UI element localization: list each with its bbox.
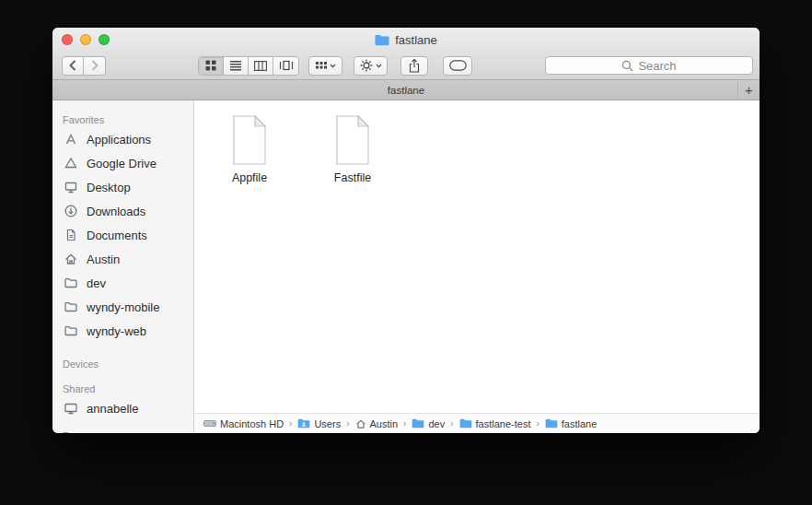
search-input[interactable]: Search [545,56,753,75]
sidebar-item-dev[interactable]: dev [52,271,193,295]
path-item-fastlane[interactable]: fastlane [545,418,597,429]
blank-document-icon [229,115,270,165]
column-view-button[interactable] [249,57,273,75]
zoom-button[interactable] [99,34,110,45]
folder-icon [459,418,472,429]
sidebar-item-wyndy-mobile[interactable]: wyndy-mobile [52,295,193,319]
main-area: Favorites Applications Google Drive Desk… [52,100,760,433]
sidebar-item-wyndy-web[interactable]: wyndy-web [52,319,193,343]
tab-bar: fastlane + [52,80,760,100]
path-separator: › [403,418,406,429]
file-browser-content[interactable]: Appfile Fastfile Macintosh HD › User [194,100,760,433]
title-bar[interactable]: fastlane [52,28,760,52]
tags-button[interactable] [443,56,472,76]
sidebar-item-label: dev [87,276,106,290]
hard-drive-icon [203,418,216,429]
folder-icon [63,276,79,290]
search-icon [621,60,633,72]
chevron-down-icon [330,64,336,68]
folder-icon [63,299,79,314]
sidebar-section-devices: Devices [52,356,193,371]
path-separator: › [346,418,349,429]
documents-icon [63,228,79,242]
sidebar-item-label: Applications [87,133,151,147]
folder-icon [545,418,558,429]
share-button[interactable] [400,56,428,76]
path-bar: Macintosh HD › Users › Austin › dev › [194,413,760,433]
sidebar: Favorites Applications Google Drive Desk… [52,100,194,433]
sidebar-section-shared: Shared [52,381,193,396]
path-item-dev[interactable]: dev [412,418,445,429]
blank-document-icon [332,115,373,165]
path-item-fastlane-test[interactable]: fastlane-test [459,418,531,429]
traffic-lights [62,34,110,45]
folder-icon [375,34,389,46]
tag-icon [449,60,467,71]
tab-fastlane[interactable]: fastlane [388,85,424,96]
sidebar-section-favorites: Favorites [52,112,193,127]
sidebar-item-documents[interactable]: Documents [52,223,193,247]
sidebar-item-label: wyndy-mobile [87,300,159,314]
path-separator: › [536,418,539,429]
file-appfile[interactable]: Appfile [207,115,292,184]
sidebar-item-annabelle[interactable]: annabelle [52,396,193,420]
sidebar-item-label: wyndy-web [87,324,146,338]
forward-button[interactable] [84,56,106,76]
file-fastfile[interactable]: Fastfile [310,115,395,184]
share-icon [408,58,421,73]
coverflow-icon [279,60,294,71]
toolbar: Search [52,52,760,79]
applications-icon [63,132,79,147]
new-tab-button[interactable]: + [737,80,760,100]
sidebar-item-google-drive[interactable]: Google Drive [52,151,193,175]
sidebar-item-label: Documents [87,229,147,242]
folder-icon [63,323,79,338]
close-button[interactable] [62,34,73,45]
minimize-button[interactable] [80,34,91,45]
path-item-austin[interactable]: Austin [355,418,399,429]
chevron-down-icon [376,64,382,68]
display-icon [63,401,79,416]
desktop-icon [63,180,79,194]
columns-icon [254,61,267,71]
file-name: Appfile [232,171,267,184]
sidebar-item-desktop[interactable]: Desktop [52,175,193,199]
sidebar-item-label: Desktop [87,181,131,194]
window-header: fastlane [52,28,760,80]
coverflow-view-button[interactable] [273,57,298,75]
google-drive-icon [63,156,79,170]
sidebar-item-label: Downloads [87,205,145,218]
window-title: fastlane [395,33,437,47]
list-icon [230,60,241,71]
sidebar-item-downloads[interactable]: Downloads [52,199,193,223]
path-item-macintosh-hd[interactable]: Macintosh HD [203,418,284,429]
home-icon [355,418,366,429]
path-separator: › [450,418,453,429]
downloads-icon [63,204,79,218]
view-mode-segmented-control [198,56,299,76]
path-separator: › [289,418,292,429]
sidebar-item-applications[interactable]: Applications [52,127,193,151]
list-view-button[interactable] [224,57,249,75]
icon-view-button[interactable] [199,57,224,75]
arrange-button[interactable] [308,56,342,76]
sidebar-section-tags: Tags [52,428,193,433]
title-group: fastlane [375,33,437,47]
shared-folder-icon [297,418,310,429]
action-button[interactable] [354,56,388,76]
nav-buttons [62,56,106,76]
folder-icon [412,418,424,429]
grid-icon [205,60,216,71]
search-placeholder: Search [638,59,676,73]
gear-icon [360,59,373,72]
file-grid: Appfile Fastfile [194,100,760,184]
back-button[interactable] [62,56,84,76]
home-icon [63,252,79,266]
sidebar-item-label: Austin [87,252,120,266]
sidebar-item-label: annabelle [87,402,138,416]
finder-window: fastlane [52,28,760,433]
sidebar-item-label: Google Drive [87,157,157,170]
path-item-users[interactable]: Users [297,418,341,429]
arrange-icon [316,62,327,69]
sidebar-item-austin[interactable]: Austin [52,247,193,271]
